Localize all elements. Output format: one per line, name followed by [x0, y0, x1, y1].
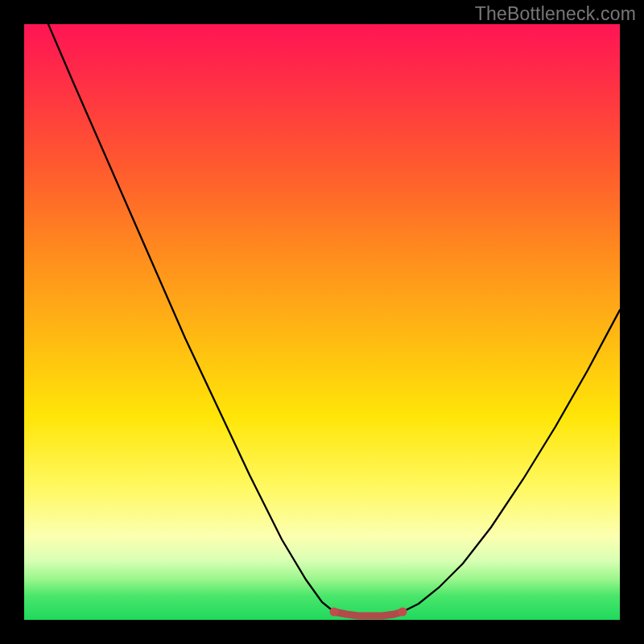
curve-left-branch: [48, 24, 334, 612]
watermark-text: TheBottleneck.com: [475, 3, 636, 25]
curve-right-branch: [402, 310, 620, 612]
optimal-range-segment: [334, 612, 402, 616]
curve-layer: [24, 24, 620, 620]
bottleneck-curve: [48, 24, 620, 612]
optimal-range-marker: [330, 608, 407, 617]
chart-root: TheBottleneck.com: [0, 0, 644, 644]
plot-area: [24, 24, 620, 620]
optimal-range-end-dot-right: [398, 608, 407, 617]
optimal-range-end-dot-left: [330, 608, 339, 617]
